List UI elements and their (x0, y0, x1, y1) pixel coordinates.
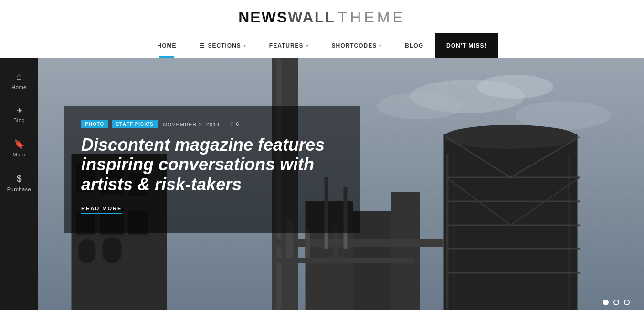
svg-rect-33 (272, 239, 444, 247)
sidebar-item-home[interactable]: ⌂ Home (0, 63, 38, 98)
sidebar-label-home: Home (11, 84, 26, 90)
slider-dot-3[interactable] (624, 300, 630, 305)
read-more-button[interactable]: READ MORE (81, 206, 122, 214)
nav-blog[interactable]: BLOG (393, 33, 435, 58)
svg-point-17 (444, 125, 578, 149)
site-logo: NEWSWALLTHEME (0, 9, 644, 26)
blog-icon: ✈ (16, 106, 22, 115)
tag-photo: PHOTO (81, 120, 108, 128)
sidebar-label-purchase: Purchase (7, 186, 31, 192)
logo-news: NEWS (238, 9, 288, 26)
svg-point-4 (516, 101, 611, 130)
svg-point-2 (477, 75, 554, 99)
hero-section: PHOTO STAFF PICK'S NOVEMBER 2, 2014 ♡6 D… (38, 58, 644, 310)
slider-dots (603, 300, 630, 305)
chevron-down-icon: ▾ (379, 43, 382, 48)
svg-rect-16 (444, 134, 578, 310)
article-likes: ♡6 (229, 121, 239, 127)
article-title: Discontent magazine features inspiring c… (81, 135, 344, 194)
logo-bar: NEWSWALLTHEME (0, 0, 644, 33)
nav-home[interactable]: HOME (146, 33, 188, 58)
article-date: NOVEMBER 2, 2014 (163, 122, 220, 127)
sections-icon: ☰ (199, 42, 205, 49)
svg-rect-36 (306, 230, 310, 258)
nav-sections[interactable]: ☰ SECTIONS ▾ (188, 33, 257, 58)
slider-dot-2[interactable] (613, 300, 619, 305)
heart-icon: ♡ (229, 121, 234, 127)
tag-staff-picks: STAFF PICK'S (112, 120, 157, 128)
nav-features[interactable]: FEATURES ▾ (258, 33, 320, 58)
card-tags: PHOTO STAFF PICK'S NOVEMBER 2, 2014 ♡6 (81, 120, 344, 128)
chevron-down-icon: ▾ (243, 43, 246, 48)
chevron-down-icon: ▾ (306, 43, 309, 48)
logo-theme: THEME (338, 9, 406, 26)
sidebar-item-blog[interactable]: ✈ Blog (0, 98, 38, 131)
nav-shortcodes[interactable]: SHORTCODES ▾ (320, 33, 394, 58)
main-layout: ⌂ Home ✈ Blog 🔖 More $ Purchase (0, 58, 644, 310)
svg-rect-13 (103, 237, 122, 263)
svg-point-3 (377, 93, 463, 119)
sidebar-label-more: More (12, 152, 25, 157)
navigation: HOME ☰ SECTIONS ▾ FEATURES ▾ SHORTCODES … (0, 33, 644, 58)
bookmark-icon: 🔖 (14, 139, 24, 149)
home-icon: ⌂ (16, 71, 22, 82)
dollar-icon: $ (16, 173, 21, 184)
svg-rect-32 (391, 192, 420, 310)
sidebar-item-purchase[interactable]: $ Purchase (0, 165, 38, 200)
slider-dot-1[interactable] (603, 300, 609, 305)
logo-wall: WALL (288, 9, 335, 26)
sidebar-label-blog: Blog (13, 117, 25, 123)
svg-rect-34 (272, 258, 415, 263)
article-card: PHOTO STAFF PICK'S NOVEMBER 2, 2014 ♡6 D… (64, 106, 360, 233)
nav-dont-miss[interactable]: DON'T MISS! (435, 33, 498, 58)
svg-rect-12 (79, 239, 96, 263)
sidebar: ⌂ Home ✈ Blog 🔖 More $ Purchase (0, 58, 38, 310)
sidebar-item-more[interactable]: 🔖 More (0, 131, 38, 165)
